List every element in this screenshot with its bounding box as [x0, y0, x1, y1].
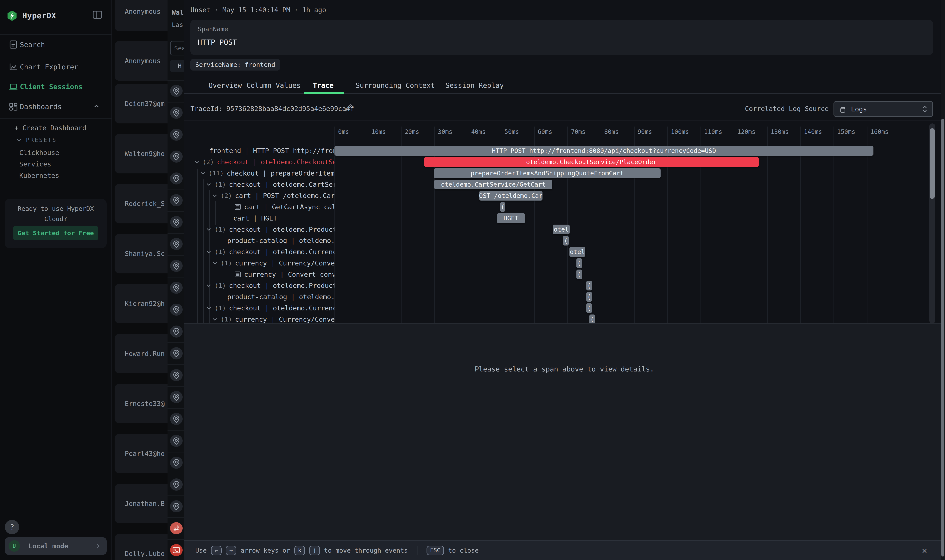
- sidebar-item-client-sessions[interactable]: Client Sessions: [0, 78, 112, 96]
- span-duration-bar[interactable]: (: [577, 269, 582, 279]
- location-pin-icon[interactable]: [170, 282, 183, 294]
- help-button[interactable]: ?: [5, 520, 19, 534]
- trace-span-row[interactable]: (1)currency | Currency/Convert(: [184, 314, 945, 324]
- chevron-down-icon[interactable]: [206, 305, 211, 311]
- span-duration-bar[interactable]: HTTP POST http://frontend:8080/api/check…: [335, 146, 874, 155]
- preset-clickhouse[interactable]: Clickhouse: [19, 149, 59, 157]
- local-mode-menu[interactable]: U Local mode: [5, 537, 106, 555]
- trace-span-row[interactable]: currency | Convert convers…(: [184, 269, 945, 280]
- chevron-down-icon[interactable]: [206, 283, 211, 288]
- tab-session-replay[interactable]: Session Replay: [446, 82, 504, 89]
- log-source-select[interactable]: Logs: [834, 101, 933, 117]
- location-pin-icon[interactable]: [170, 457, 183, 469]
- span-duration-bar[interactable]: prepareOrderItemsAndShippingQuoteFromCar…: [434, 168, 661, 178]
- chevron-down-icon[interactable]: [212, 193, 217, 198]
- location-pin-icon[interactable]: [170, 238, 183, 250]
- chevron-down-icon[interactable]: [212, 260, 217, 266]
- trace-span-row[interactable]: (2)cart | POST /oteldemo.CartSe…POST /ot…: [184, 190, 945, 202]
- span-duration-bar[interactable]: (: [586, 292, 592, 302]
- swap-arrows-icon[interactable]: [170, 522, 183, 534]
- span-duration-bar[interactable]: otel: [569, 247, 585, 257]
- chevron-down-icon[interactable]: [206, 227, 211, 232]
- span-duration-bar[interactable]: oteldemo.CheckoutService/PlaceOrder: [424, 157, 758, 167]
- trace-span-row[interactable]: (11)checkout | prepareOrderItemsAnd…prep…: [184, 168, 945, 179]
- create-dashboard-button[interactable]: + Create Dashboard: [15, 124, 86, 132]
- location-pin-icon[interactable]: [170, 500, 183, 512]
- location-pin-icon[interactable]: [170, 326, 183, 338]
- tab-column-values[interactable]: Column Values: [247, 82, 301, 89]
- location-pin-icon[interactable]: [170, 435, 183, 447]
- select-chevrons-icon: [922, 105, 928, 113]
- hint-text: Use: [195, 547, 207, 554]
- service-name-badge: ServiceName: frontend: [190, 59, 280, 71]
- trace-span-row[interactable]: (1)checkout | oteldemo.ProductCat…otel: [184, 224, 945, 235]
- span-bar-label: (: [501, 203, 504, 211]
- trace-span-row[interactable]: (1)checkout | oteldemo.CurrencySe…otel: [184, 246, 945, 257]
- location-pin-icon[interactable]: [170, 304, 183, 315]
- span-duration-bar[interactable]: POST /oteldemo.Cart: [479, 191, 543, 200]
- location-pin-icon[interactable]: [170, 347, 183, 359]
- close-icon[interactable]: ✕: [918, 544, 931, 557]
- divider: [0, 118, 112, 118]
- axis-tick-label: 80ms: [604, 128, 619, 135]
- sidebar-item-search[interactable]: Search: [0, 35, 112, 54]
- span-bar-label: (: [587, 293, 591, 300]
- trace-span-row[interactable]: (1)checkout | oteldemo.CartServic…otelde…: [184, 179, 945, 190]
- trace-span-row[interactable]: product-catalog | oteldemo.Prod…(: [184, 235, 945, 246]
- terminal-icon[interactable]: [170, 544, 183, 556]
- span-duration-bar[interactable]: HGET: [497, 213, 525, 223]
- edit-pencil-icon[interactable]: [344, 104, 353, 112]
- trace-span-row[interactable]: product-catalog | oteldemo.Prod…(: [184, 291, 945, 303]
- span-duration-bar[interactable]: (: [577, 258, 582, 268]
- span-duration-bar[interactable]: (: [500, 202, 505, 212]
- waterfall-scrollbar[interactable]: [929, 123, 935, 323]
- chevron-down-icon[interactable]: [206, 182, 211, 187]
- location-pin-icon[interactable]: [170, 413, 183, 425]
- span-duration-bar[interactable]: (: [563, 236, 569, 246]
- location-pin-icon[interactable]: [170, 151, 183, 163]
- trace-span-row[interactable]: cart | HGETHGET: [184, 212, 945, 224]
- chevron-down-icon[interactable]: [212, 317, 217, 322]
- location-pin-icon[interactable]: [170, 194, 183, 206]
- preset-services[interactable]: Services: [19, 160, 51, 168]
- sidebar-item-chart-explorer[interactable]: Chart Explorer: [0, 58, 112, 76]
- location-pin-icon[interactable]: [170, 129, 183, 141]
- span-tree-cell: product-catalog | oteldemo.Prod…: [227, 235, 335, 246]
- location-pin-icon[interactable]: [170, 260, 183, 272]
- tab-trace[interactable]: Trace: [313, 82, 334, 89]
- span-duration-bar[interactable]: (: [586, 303, 592, 313]
- chevron-down-icon[interactable]: [206, 249, 211, 255]
- trace-span-row[interactable]: (1)currency | Currency/Convert(: [184, 257, 945, 269]
- axis-tick-label: 70ms: [571, 128, 586, 135]
- panel-scrollbar[interactable]: [941, 0, 945, 560]
- span-duration-bar[interactable]: (: [586, 281, 592, 291]
- location-pin-icon[interactable]: [170, 172, 183, 185]
- scrollbar-thumb[interactable]: [941, 118, 944, 557]
- location-pin-icon[interactable]: [170, 391, 183, 403]
- trace-span-row[interactable]: (2)checkout | oteldemo.CheckoutServic…ot…: [184, 156, 945, 168]
- chevron-down-icon[interactable]: [200, 171, 205, 176]
- span-duration-bar[interactable]: (: [589, 314, 595, 323]
- trace-span-row[interactable]: (1)checkout | oteldemo.CurrencySe…(: [184, 303, 945, 314]
- tab-overview[interactable]: Overview: [209, 82, 242, 89]
- location-pin-icon[interactable]: [170, 216, 183, 228]
- span-tree-cell: cart | HGET: [233, 212, 335, 224]
- trace-span-row[interactable]: (1)checkout | oteldemo.ProductCat…(: [184, 280, 945, 291]
- scrollbar-thumb[interactable]: [930, 128, 935, 199]
- sidebar-collapse-icon[interactable]: [92, 10, 103, 19]
- location-pin-icon[interactable]: [170, 107, 183, 119]
- tab-surrounding-context[interactable]: Surrounding Context: [356, 82, 435, 89]
- location-pin-icon[interactable]: [170, 369, 183, 381]
- get-started-button[interactable]: Get Started for Free: [13, 226, 98, 240]
- span-duration-bar[interactable]: oteldemo.CartService/GetCart: [434, 180, 552, 189]
- trace-span-row[interactable]: frontend | HTTP POST http://frontend:…HT…: [184, 145, 945, 156]
- chevron-up-icon[interactable]: [94, 103, 99, 109]
- presets-toggle[interactable]: PRESETS: [16, 137, 57, 143]
- trace-span-row[interactable]: cart | GetCartAsync called…(: [184, 202, 945, 212]
- chevron-down-icon[interactable]: [194, 159, 199, 165]
- location-pin-icon[interactable]: [170, 478, 183, 491]
- location-pin-icon[interactable]: [170, 85, 183, 97]
- preset-kubernetes[interactable]: Kubernetes: [19, 172, 59, 179]
- span-duration-bar[interactable]: otel: [553, 225, 570, 234]
- span-label: checkout | oteldemo.CurrencySe…: [229, 304, 335, 312]
